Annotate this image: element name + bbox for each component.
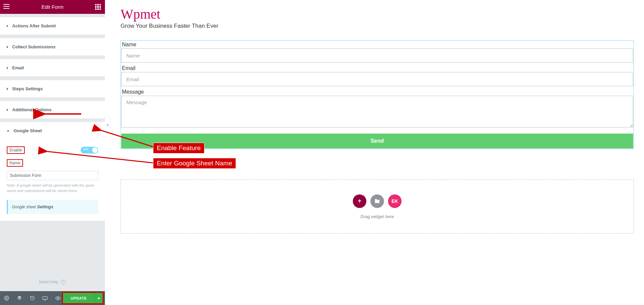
panel-footer: UPDATE xyxy=(0,291,105,305)
annotation-enable: Enable Feature xyxy=(153,143,205,154)
email-field-label: Email xyxy=(121,65,633,72)
section-actions-after-submit: Actions After Submit xyxy=(0,17,105,35)
history-icon[interactable] xyxy=(26,291,39,305)
ek-icon: EK xyxy=(391,198,398,204)
caret-right-icon xyxy=(7,88,8,90)
section-label: Additional Options xyxy=(12,107,51,112)
help-icon: ? xyxy=(61,280,66,285)
section-email: Email xyxy=(0,59,105,77)
section-label: Email xyxy=(12,65,24,70)
settings-prefix: Google sheet xyxy=(12,205,37,209)
section-additional-options: Additional Options xyxy=(0,101,105,119)
apps-icon[interactable] xyxy=(95,4,101,10)
form-widget[interactable]: Name Email Message Send xyxy=(121,40,634,149)
caret-right-icon xyxy=(7,67,8,69)
section-label: Actions After Submit xyxy=(12,23,56,28)
update-wrapper: UPDATE xyxy=(62,292,104,304)
section-google-sheet: Google Sheet Enable YES Name Note: A goo… xyxy=(0,122,105,221)
caret-up-icon xyxy=(98,297,100,299)
enable-label: Enable xyxy=(7,146,25,154)
section-label: Google Sheet xyxy=(14,128,42,133)
toggle-yes-text: YES xyxy=(83,148,88,151)
update-button[interactable]: UPDATE xyxy=(63,293,94,303)
section-gap xyxy=(0,35,105,38)
section-gap xyxy=(0,56,105,59)
section-gap xyxy=(0,98,105,101)
collapse-panel-button[interactable] xyxy=(105,117,110,134)
message-field-input[interactable] xyxy=(121,96,633,127)
plus-icon: + xyxy=(358,197,362,205)
enable-toggle[interactable]: YES xyxy=(81,147,98,154)
enable-row: Enable YES xyxy=(7,144,98,156)
menu-icon[interactable] xyxy=(3,4,9,9)
brand-title: Wpmet xyxy=(121,6,634,22)
template-library-button[interactable] xyxy=(370,194,384,208)
svg-rect-1 xyxy=(43,297,47,299)
navigator-icon[interactable] xyxy=(13,291,26,305)
google-sheet-body: Enable YES Name Note: A google sheet wil… xyxy=(0,139,105,221)
sheet-note: Note: A google sheet will be generated w… xyxy=(7,183,98,194)
elementskit-button[interactable]: EK xyxy=(388,194,402,208)
update-options-button[interactable] xyxy=(94,293,103,303)
dropzone-buttons: + EK xyxy=(353,194,402,208)
section-head-additional-options[interactable]: Additional Options xyxy=(0,101,105,118)
name-label-row: Name xyxy=(7,157,98,169)
section-head-collect-submissions[interactable]: Collect Submissions xyxy=(0,38,105,55)
caret-left-icon xyxy=(107,124,108,126)
section-head-google-sheet[interactable]: Google Sheet xyxy=(0,122,105,139)
settings-link-box[interactable]: Google sheet Settings xyxy=(7,200,98,214)
folder-icon xyxy=(374,198,380,204)
sheet-name-input[interactable] xyxy=(7,171,98,180)
section-head-actions-after-submit[interactable]: Actions After Submit xyxy=(0,17,105,34)
panel-header: Edit Form xyxy=(0,0,105,14)
section-collect-submissions: Collect Submissions xyxy=(0,38,105,56)
caret-down-icon xyxy=(7,131,9,132)
section-gap xyxy=(0,14,105,17)
message-field-label: Message xyxy=(121,88,633,96)
section-head-email[interactable]: Email xyxy=(0,59,105,76)
name-field-label: Name xyxy=(121,41,633,48)
caret-right-icon xyxy=(7,46,8,48)
svg-point-0 xyxy=(6,298,7,299)
settings-bold: Settings xyxy=(37,205,53,209)
widget-dropzone[interactable]: + EK Drag widget here xyxy=(121,180,634,234)
section-label: Steps Settings xyxy=(12,86,43,91)
caret-right-icon xyxy=(7,109,8,111)
name-field-input[interactable] xyxy=(121,48,633,63)
settings-gear-icon[interactable] xyxy=(0,291,13,305)
section-label: Collect Submissions xyxy=(12,44,56,49)
name-label: Name xyxy=(7,159,23,167)
section-gap xyxy=(0,119,105,122)
dropzone-hint: Drag widget here xyxy=(361,214,394,219)
responsive-icon[interactable] xyxy=(39,291,51,305)
panel-title: Edit Form xyxy=(41,4,63,10)
caret-right-icon xyxy=(7,25,8,27)
need-help[interactable]: Need Help ? xyxy=(0,280,105,285)
svg-point-3 xyxy=(57,298,59,299)
section-steps-settings: Steps Settings xyxy=(0,80,105,98)
section-gap xyxy=(0,77,105,80)
help-text: Need Help xyxy=(39,280,58,284)
editor-panel: Edit Form Actions After Submit Collect S… xyxy=(0,0,105,305)
email-field-input[interactable] xyxy=(121,72,633,86)
annotation-name: Enter Google Sheet Name xyxy=(153,158,236,169)
section-head-steps-settings[interactable]: Steps Settings xyxy=(0,80,105,97)
brand-tagline: Grow Your Business Faster Than Ever xyxy=(121,23,634,29)
add-section-button[interactable]: + xyxy=(353,194,366,208)
toggle-knob-icon xyxy=(92,147,98,153)
